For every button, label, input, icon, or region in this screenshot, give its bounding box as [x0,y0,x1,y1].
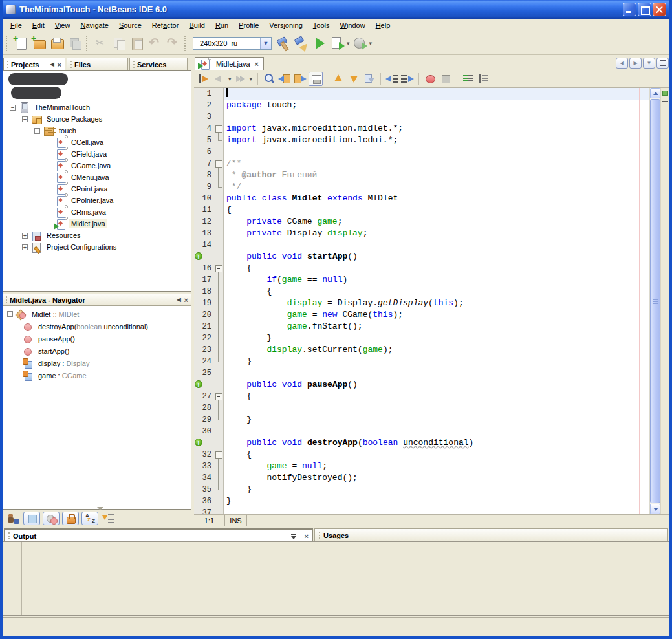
open-project-icon[interactable] [49,35,65,52]
expand-icon[interactable]: + [22,244,28,250]
menu-file[interactable]: File [5,19,27,31]
code-text[interactable]: if(game == null) [224,274,649,286]
output-filter-icon[interactable] [290,532,298,540]
navigator-item[interactable]: startApp() [3,345,191,357]
vertical-scrollbar[interactable] [649,88,660,514]
navigator-header[interactable]: Midlet.java - Navigator ◀ × [3,294,191,306]
code-text[interactable]: { [224,263,649,274]
stop-macro-icon[interactable] [439,72,453,86]
show-fields-filter-button[interactable] [23,512,40,525]
tab-usages[interactable]: Usages [314,528,668,541]
code-text[interactable]: display.setCurrent(game); [224,344,649,356]
tab-list-dropdown-button[interactable]: ▼ [643,58,655,69]
close-tab-icon[interactable]: × [255,60,259,68]
menu-navigate[interactable]: Navigate [75,19,113,31]
comment-icon[interactable] [461,72,475,86]
shift-right-icon[interactable] [400,72,415,86]
navigator-item[interactable]: game : CGame [3,369,191,382]
scroll-up-arrow[interactable] [650,88,660,98]
profile-icon[interactable] [352,35,369,52]
tree-node-resources[interactable]: +Resources [3,230,191,241]
code-text[interactable]: } [224,332,649,344]
document-tab-midlet[interactable]: Midlet.java × [195,57,264,70]
error-stripe[interactable] [660,88,669,514]
code-text[interactable] [224,88,649,100]
menu-versioning[interactable]: Versioning [264,19,307,31]
implements-glyph-icon[interactable]: I [195,252,202,260]
menu-window[interactable]: Window [334,19,370,31]
code-text[interactable]: * @author Евгений [224,169,649,181]
navigator-item[interactable]: destroyApp(boolean unconditional) [3,320,191,332]
code-text[interactable]: public void destroyApp(boolean unconditi… [224,437,649,449]
minimize-window-icon[interactable]: ◀ [177,297,180,303]
collapse-icon[interactable]: − [7,311,13,317]
tree-node-cpointer-java[interactable]: −CPointer.java [3,195,191,206]
tree-node-cfield-java[interactable]: −CField.java [3,148,191,160]
menu-refactor[interactable]: Refactor [147,19,184,31]
menu-run[interactable]: Run [210,19,233,31]
show-non-public-filter-button[interactable] [62,512,79,525]
menu-profile[interactable]: Profile [233,19,264,31]
combobox-dropdown-icon[interactable]: ▼ [260,38,271,49]
code-text[interactable]: { [224,449,649,460]
tree-node-cpoint-java[interactable]: −CPoint.java [3,183,191,195]
code-text[interactable]: public void pauseApp() [224,379,649,391]
menu-tools[interactable]: Tools [308,19,335,31]
code-text[interactable]: private CGame game; [224,216,649,228]
previous-bookmark-icon[interactable] [331,72,345,86]
tree-node-source-packages[interactable]: −Source Packages [3,113,191,125]
tree-node-touch[interactable]: −touch [3,125,191,136]
navigator-item[interactable]: −Midlet :: MIDlet [3,308,191,320]
next-bookmark-icon[interactable] [347,72,361,86]
implements-glyph-icon[interactable]: I [195,380,202,388]
code-text[interactable]: public class Midlet extends MIDlet [224,193,649,204]
code-text[interactable]: game = null; [224,460,649,472]
collapse-icon[interactable]: − [34,128,40,134]
menu-edit[interactable]: Edit [27,19,50,31]
maximize-button[interactable] [638,3,651,16]
close-window-icon[interactable]: × [58,61,61,69]
code-text[interactable]: private Display display; [224,228,649,239]
code-text[interactable] [224,111,649,123]
fold-collapse-icon[interactable] [214,391,224,402]
code-text[interactable] [224,426,649,437]
code-text[interactable]: } [224,495,649,507]
find-next-icon[interactable] [293,72,307,86]
record-macro-icon[interactable] [423,72,437,86]
fold-collapse-icon[interactable] [214,449,224,460]
navigator-tree[interactable]: −Midlet :: MIDletdestroyApp(boolean unco… [3,306,191,510]
tab-files[interactable]: Files [67,58,128,70]
sort-by-source-filter-button[interactable] [101,512,115,525]
code-text[interactable]: { [224,204,649,216]
new-project-icon[interactable] [30,35,47,52]
new-file-icon[interactable] [12,35,29,52]
run-icon[interactable] [311,35,328,52]
fold-collapse-icon[interactable] [214,263,224,274]
menu-view[interactable]: View [50,19,76,31]
menu-build[interactable]: Build [184,19,210,31]
output-content[interactable] [3,541,669,616]
dropdown-arrow-icon[interactable]: ▾ [369,40,373,47]
collapse-icon[interactable]: − [10,105,16,111]
code-text[interactable]: /** [224,158,649,169]
scroll-tabs-right-button[interactable]: ▶ [629,58,642,69]
code-text[interactable] [224,239,649,251]
tab-services[interactable]: Services [129,58,188,70]
tree-node-theminimaltouch[interactable]: −TheMinimalTouch [3,102,191,113]
tree-node-midlet-java[interactable]: −Midlet.java [3,218,191,230]
code-text[interactable]: notifyDestroyed(); [224,472,649,484]
tree-node-ccell-java[interactable]: −CCell.java [3,136,191,148]
close-window-icon[interactable]: × [184,296,188,304]
debug-icon[interactable] [329,35,346,52]
close-button[interactable] [653,3,666,16]
show-inherited-filter-button[interactable] [6,512,21,525]
code-text[interactable]: import javax.microedition.lcdui.*; [224,135,649,146]
clean-build-icon[interactable] [293,35,310,52]
build-icon[interactable] [275,35,292,52]
find-selection-icon[interactable] [262,72,276,86]
tab-projects[interactable]: Projects◀× [3,58,65,70]
find-previous-icon[interactable] [277,72,292,86]
expand-icon[interactable]: + [22,233,28,239]
code-text[interactable]: } [224,414,649,426]
uncomment-icon[interactable] [477,72,491,86]
